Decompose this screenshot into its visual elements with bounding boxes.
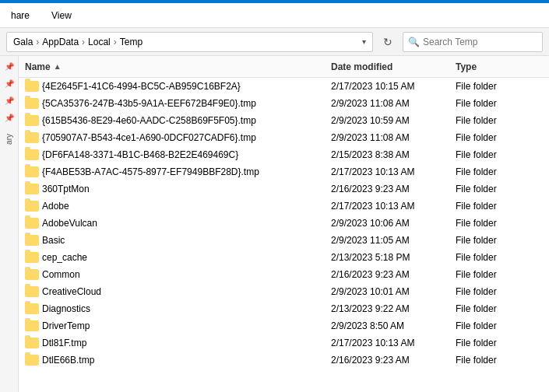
file-type: File folder (456, 81, 549, 92)
breadcrumb-appdata[interactable]: AppData (42, 37, 79, 47)
search-input[interactable] (423, 37, 532, 47)
file-name: {705907A7-B543-4ce1-A690-0DCF027CADF6}.t… (42, 132, 331, 143)
file-date: 2/9/2023 10:59 AM (331, 115, 456, 126)
file-name: 360TptMon (42, 184, 331, 194)
file-date: 2/15/2023 8:38 AM (331, 149, 456, 160)
table-row[interactable]: {F4ABE53B-A7AC-4575-8977-EF7949BBF28D}.t… (19, 163, 549, 180)
table-row[interactable]: Common2/16/2023 9:23 AMFile folder (19, 266, 549, 283)
folder-icon (25, 115, 39, 126)
table-row[interactable]: 360TptMon2/16/2023 9:23 AMFile folder (19, 180, 549, 198)
file-date: 2/13/2023 5:18 PM (331, 252, 456, 263)
table-row[interactable]: {705907A7-B543-4ce1-A690-0DCF027CADF6}.t… (19, 129, 549, 146)
left-sidebar: 📌 📌 📌 📌 ary (0, 56, 19, 392)
pin-icon-1[interactable]: 📌 (2, 59, 16, 73)
file-type: File folder (456, 115, 549, 126)
breadcrumb-dropdown-icon[interactable]: ▾ (362, 37, 366, 46)
table-row[interactable]: CreativeCloud2/9/2023 10:01 AMFile folde… (19, 283, 549, 300)
file-date: 2/9/2023 8:50 AM (331, 320, 456, 331)
table-row[interactable]: {DF6FA148-3371-4B1C-B468-B2E2E469469C}2/… (19, 146, 549, 163)
file-date: 2/16/2023 9:23 AM (331, 269, 456, 280)
file-name: Adobe (42, 201, 331, 212)
file-date: 2/17/2023 10:15 AM (331, 81, 456, 92)
file-name: Common (42, 269, 331, 280)
table-row[interactable]: Dtl81F.tmp2/17/2023 10:13 AMFile folder (19, 334, 549, 352)
file-name: CreativeCloud (42, 286, 331, 297)
file-type: File folder (456, 286, 549, 297)
file-type: File folder (456, 132, 549, 143)
menu-share[interactable]: hare (6, 7, 34, 24)
pin-icon-4[interactable]: 📌 (2, 110, 16, 124)
file-date: 2/9/2023 11:08 AM (331, 98, 456, 109)
file-type: File folder (456, 338, 549, 348)
file-type: File folder (456, 166, 549, 177)
file-date: 2/13/2023 9:22 AM (331, 303, 456, 314)
main-content: 📌 📌 📌 📌 ary Name ▲ Date modified Type {4… (0, 56, 549, 392)
file-date: 2/17/2023 10:13 AM (331, 201, 456, 212)
column-headers: Name ▲ Date modified Type (19, 56, 549, 78)
sort-arrow-icon: ▲ (54, 62, 62, 71)
file-name: DtlE66B.tmp (42, 355, 331, 366)
table-row[interactable]: Diagnostics2/13/2023 9:22 AMFile folder (19, 300, 549, 317)
file-date: 2/16/2023 9:23 AM (331, 355, 456, 366)
file-type: File folder (456, 320, 549, 331)
file-name: AdobeVulcan (42, 218, 331, 229)
file-type: File folder (456, 252, 549, 263)
folder-icon (25, 132, 39, 143)
folder-icon (25, 184, 39, 194)
pin-icon-2[interactable]: 📌 (2, 76, 16, 90)
table-row[interactable]: DriverTemp2/9/2023 8:50 AMFile folder (19, 317, 549, 334)
file-name: Diagnostics (42, 303, 331, 314)
table-row[interactable]: DtlE66B.tmp2/16/2023 9:23 AMFile folder (19, 352, 549, 369)
table-row[interactable]: Adobe2/17/2023 10:13 AMFile folder (19, 198, 549, 215)
folder-icon (25, 235, 39, 246)
file-name: {5CA35376-247B-43b5-9A1A-EEF672B4F9E0}.t… (42, 98, 331, 109)
file-type: File folder (456, 355, 549, 366)
folder-icon (25, 149, 39, 160)
folder-icon (25, 252, 39, 263)
folder-icon (25, 355, 39, 366)
file-name: Dtl81F.tmp (42, 338, 331, 348)
file-date: 2/9/2023 10:01 AM (331, 286, 456, 297)
table-row[interactable]: {4E2645F1-41C6-4994-BC5C-AB959C16BF2A}2/… (19, 78, 549, 95)
breadcrumb[interactable]: Gala › AppData › Local › Temp ▾ (6, 32, 373, 52)
file-date: 2/17/2023 10:13 AM (331, 338, 456, 348)
folder-icon (25, 320, 39, 331)
file-rows-container: {4E2645F1-41C6-4994-BC5C-AB959C16BF2A}2/… (19, 78, 549, 369)
file-date: 2/9/2023 10:06 AM (331, 218, 456, 229)
col-date-header[interactable]: Date modified (331, 61, 456, 72)
table-row[interactable]: cep_cache2/13/2023 5:18 PMFile folder (19, 249, 549, 266)
file-name: Basic (42, 235, 331, 246)
menu-view[interactable]: View (47, 7, 76, 24)
library-label: ary (5, 134, 13, 145)
file-name: {DF6FA148-3371-4B1C-B468-B2E2E469469C} (42, 149, 331, 160)
search-box[interactable]: 🔍 (403, 32, 543, 52)
breadcrumb-temp[interactable]: Temp (120, 37, 143, 47)
address-bar: Gala › AppData › Local › Temp ▾ ↻ 🔍 (0, 28, 549, 56)
file-type: File folder (456, 149, 549, 160)
folder-icon (25, 81, 39, 92)
pin-icon-3[interactable]: 📌 (2, 93, 16, 107)
file-type: File folder (456, 98, 549, 109)
folder-icon (25, 218, 39, 229)
folder-icon (25, 98, 39, 109)
file-date: 2/16/2023 9:23 AM (331, 184, 456, 194)
col-name-header[interactable]: Name ▲ (25, 61, 331, 72)
breadcrumb-local[interactable]: Local (88, 37, 111, 47)
table-row[interactable]: {5CA35376-247B-43b5-9A1A-EEF672B4F9E0}.t… (19, 95, 549, 112)
file-name: {F4ABE53B-A7AC-4575-8977-EF7949BBF28D}.t… (42, 166, 331, 177)
table-row[interactable]: {615B5436-8E29-4e60-AADC-C258B69F5F05}.t… (19, 112, 549, 129)
file-date: 2/9/2023 11:08 AM (331, 132, 456, 143)
breadcrumb-gala[interactable]: Gala (13, 37, 33, 47)
table-row[interactable]: Basic2/9/2023 11:05 AMFile folder (19, 232, 549, 249)
file-type: File folder (456, 201, 549, 212)
folder-icon (25, 269, 39, 280)
folder-icon (25, 166, 39, 177)
file-name: {615B5436-8E29-4e60-AADC-C258B69F5F05}.t… (42, 115, 331, 126)
table-row[interactable]: AdobeVulcan2/9/2023 10:06 AMFile folder (19, 215, 549, 232)
file-type: File folder (456, 184, 549, 194)
file-date: 2/9/2023 11:05 AM (331, 235, 456, 246)
menu-bar: hare View (0, 3, 549, 28)
file-type: File folder (456, 218, 549, 229)
file-name: {4E2645F1-41C6-4994-BC5C-AB959C16BF2A} (42, 81, 331, 92)
refresh-button[interactable]: ↻ (378, 32, 398, 52)
